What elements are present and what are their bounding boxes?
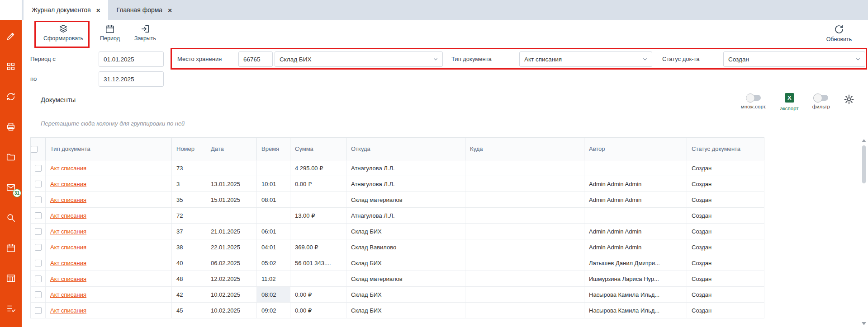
modules-icon[interactable] bbox=[5, 61, 17, 72]
scrollbar-thumb[interactable] bbox=[862, 145, 866, 183]
calendar-icon[interactable] bbox=[5, 242, 17, 254]
filter-label: фильтр bbox=[812, 104, 830, 109]
scroll-down-arrow[interactable] bbox=[862, 322, 866, 325]
pencil-icon[interactable] bbox=[5, 30, 17, 42]
refresh-button[interactable]: Обновить bbox=[823, 24, 855, 42]
tab-main-form-close-icon[interactable]: × bbox=[168, 6, 172, 14]
group-by-hint: Перетащите сюда колонку для группировки … bbox=[41, 120, 185, 127]
doc-type-link[interactable]: Акт списания bbox=[50, 165, 86, 172]
column-header-type[interactable]: Тип документа bbox=[46, 138, 172, 160]
cell-from: Склад материалов bbox=[346, 192, 465, 208]
storage-code-input[interactable] bbox=[238, 51, 273, 67]
tasks-icon[interactable] bbox=[5, 303, 17, 314]
period-from-input[interactable] bbox=[99, 51, 164, 67]
cell-to bbox=[465, 224, 584, 239]
print-icon[interactable] bbox=[5, 121, 17, 133]
doc-type-select-value: Акт списания bbox=[524, 56, 562, 63]
filter-control[interactable]: фильтр bbox=[812, 93, 830, 109]
cell-date: 22.01.2025 bbox=[206, 239, 257, 255]
row-checkbox[interactable] bbox=[35, 196, 42, 203]
sync-icon[interactable] bbox=[5, 91, 17, 103]
cell-from: Склад БИХ bbox=[346, 303, 465, 318]
mail-icon[interactable]: 31 bbox=[5, 182, 17, 193]
multi-sort-control[interactable]: множ.сорт. bbox=[741, 93, 767, 109]
cell-number: 37 bbox=[172, 224, 206, 239]
doc-type-link[interactable]: Акт списания bbox=[50, 276, 86, 282]
cell-sum bbox=[290, 192, 346, 208]
row-checkbox[interactable] bbox=[35, 244, 42, 251]
cell-date: 10.02.2025 bbox=[206, 303, 257, 318]
scroll-up-arrow[interactable] bbox=[862, 139, 866, 142]
doc-type-select[interactable]: Акт списания bbox=[519, 51, 652, 67]
folder-icon[interactable] bbox=[5, 151, 17, 163]
excel-export-icon[interactable]: X bbox=[785, 93, 794, 103]
tab-journal[interactable]: Журнал документов × bbox=[24, 0, 108, 20]
cell-author: Насырова Камила Ильд... bbox=[584, 303, 687, 318]
column-header-from[interactable]: Откуда bbox=[346, 138, 465, 160]
doc-type-link[interactable]: Акт списания bbox=[50, 181, 86, 187]
cell-author: Ишмурзина Лариса Нур... bbox=[584, 271, 687, 287]
row-checkbox[interactable] bbox=[35, 165, 42, 172]
doc-type-link[interactable]: Акт списания bbox=[50, 260, 86, 266]
tab-journal-close-icon[interactable]: × bbox=[96, 6, 100, 14]
cell-from: Атнагулова Л.Л. bbox=[346, 208, 465, 224]
column-header-number[interactable]: Номер bbox=[172, 138, 206, 160]
column-header-to[interactable]: Куда bbox=[465, 138, 584, 160]
column-header-author[interactable]: Автор bbox=[584, 138, 687, 160]
row-checkbox[interactable] bbox=[35, 181, 42, 187]
doc-type-link[interactable]: Акт списания bbox=[50, 244, 86, 251]
close-form-label: Закрыть bbox=[134, 35, 156, 42]
row-checkbox[interactable] bbox=[35, 260, 42, 266]
tab-journal-label: Журнал документов bbox=[32, 6, 91, 14]
cell-date: 15.01.2025 bbox=[206, 192, 257, 208]
column-header-status[interactable]: Статус документа bbox=[687, 138, 764, 160]
cell-from: Склад БИХ bbox=[346, 255, 465, 271]
app-window: Журнал документов × Главная форма × 31 bbox=[0, 0, 868, 327]
vertical-scrollbar[interactable] bbox=[861, 139, 867, 325]
cell-author: Admin Admin Admin bbox=[584, 176, 687, 192]
row-checkbox[interactable] bbox=[35, 228, 42, 235]
cell-to bbox=[465, 208, 584, 224]
column-header-sum[interactable]: Сумма bbox=[290, 138, 346, 160]
export-control[interactable]: X экспорт bbox=[780, 93, 799, 111]
close-form-button[interactable]: Закрыть bbox=[131, 24, 159, 42]
toolbar: Сформировать Период Закрыть Обновить bbox=[22, 20, 868, 49]
select-all-checkbox[interactable] bbox=[31, 146, 38, 153]
cell-time: 08:02 bbox=[257, 287, 290, 303]
period-label: Период bbox=[100, 35, 120, 42]
cell-number: 40 bbox=[172, 255, 206, 271]
cell-sum bbox=[290, 271, 346, 287]
search-icon[interactable] bbox=[5, 212, 17, 224]
status-select[interactable]: Создан bbox=[723, 51, 865, 67]
generate-button[interactable]: Сформировать bbox=[38, 24, 89, 42]
data-table-icon[interactable] bbox=[5, 272, 17, 284]
filter-toggle[interactable] bbox=[814, 95, 828, 101]
table-row: Акт списания3515.01.202508:01Склад матер… bbox=[31, 192, 764, 208]
close-form-icon bbox=[140, 24, 150, 34]
tab-main-form[interactable]: Главная форма × bbox=[108, 0, 180, 20]
multi-sort-toggle[interactable] bbox=[746, 95, 761, 101]
doc-type-link[interactable]: Акт списания bbox=[50, 212, 86, 219]
row-checkbox[interactable] bbox=[35, 212, 42, 219]
doc-type-link[interactable]: Акт списания bbox=[50, 291, 86, 298]
settings-gear-icon[interactable] bbox=[844, 94, 854, 107]
cell-type: Акт списания bbox=[46, 255, 172, 271]
doc-type-link[interactable]: Акт списания bbox=[50, 196, 86, 203]
row-checkbox[interactable] bbox=[35, 276, 42, 282]
cell-status: Создан bbox=[687, 255, 764, 271]
column-header-time[interactable]: Время bbox=[257, 138, 290, 160]
storage-label: Место хранения bbox=[177, 51, 222, 67]
row-checkbox[interactable] bbox=[35, 307, 42, 314]
doc-type-link[interactable]: Акт списания bbox=[50, 228, 86, 235]
table-row: Акт списания3721.01.202506:01Склад БИХAd… bbox=[31, 224, 764, 239]
column-header-date[interactable]: Дата bbox=[206, 138, 257, 160]
row-checkbox[interactable] bbox=[35, 291, 42, 298]
storage-select[interactable]: Склад БИХ bbox=[275, 51, 443, 67]
documents-table: Тип документа Номер Дата Время Сумма Отк… bbox=[30, 137, 764, 318]
period-to-input[interactable] bbox=[99, 71, 164, 87]
tab-bar: Журнал документов × Главная форма × bbox=[22, 0, 868, 20]
cell-status: Создан bbox=[687, 208, 764, 224]
cell-sum bbox=[290, 224, 346, 239]
doc-type-link[interactable]: Акт списания bbox=[50, 307, 86, 314]
period-button[interactable]: Период bbox=[96, 24, 124, 42]
